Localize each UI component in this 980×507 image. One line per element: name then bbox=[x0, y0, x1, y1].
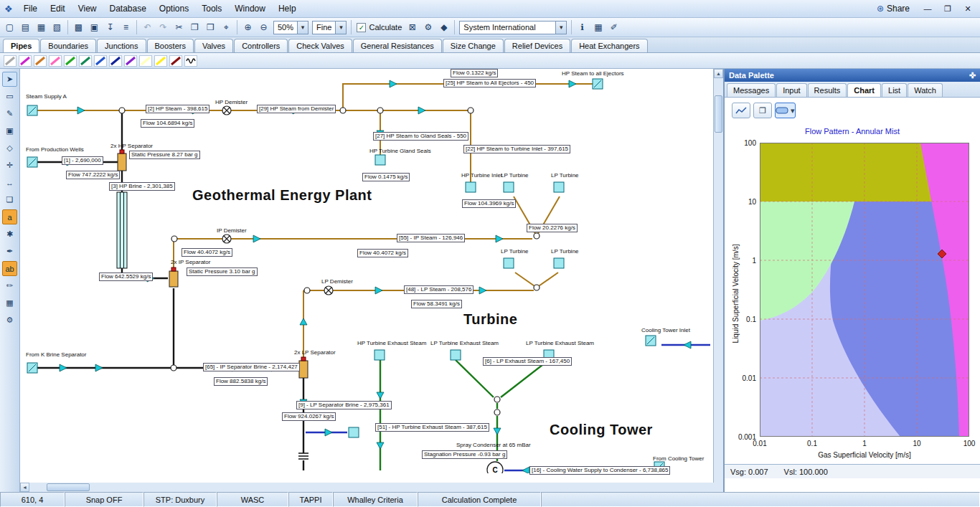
cut-button[interactable]: ✂ bbox=[171, 20, 187, 35]
spring-pen-icon[interactable] bbox=[184, 55, 197, 67]
pipe-label[interactable]: [6] - LP Exhaust Steam - 167,450 bbox=[483, 357, 572, 366]
share-button[interactable]: ⊛ Share bbox=[877, 4, 910, 14]
tab-relief-devices[interactable]: Relief Devices bbox=[504, 39, 570, 52]
tab-check-valves[interactable]: Check Valves bbox=[288, 39, 352, 52]
flow-label[interactable]: Flow 642.5529 kg/s bbox=[99, 273, 153, 281]
settings-tool[interactable]: ⚙ bbox=[2, 313, 17, 328]
pipe-label[interactable]: [2] HP Steam - 398,615 bbox=[146, 105, 209, 113]
plant-title[interactable]: Geothermal Energy Plant bbox=[192, 187, 372, 204]
pen-swatch-cream[interactable] bbox=[139, 55, 152, 67]
flow-label[interactable]: Flow 0.1322 kg/s bbox=[451, 69, 498, 77]
table-button[interactable]: ▦ bbox=[590, 20, 606, 35]
paste-button[interactable]: ❒ bbox=[203, 20, 218, 35]
node-label[interactable]: Cooling Tower Inlet bbox=[641, 327, 690, 333]
menu-database[interactable]: Database bbox=[103, 2, 152, 15]
units-select[interactable]: System International ▾ bbox=[459, 21, 567, 34]
menu-view[interactable]: View bbox=[72, 2, 103, 15]
grid-button[interactable]: ▩ bbox=[71, 20, 86, 35]
pen-swatch-gray[interactable] bbox=[4, 55, 17, 67]
tab-valves[interactable]: Valves bbox=[194, 39, 233, 52]
pen-swatch-magenta[interactable] bbox=[19, 55, 32, 67]
node-label[interactable]: 2x LP Separator bbox=[294, 349, 336, 356]
pen-swatch-navy[interactable] bbox=[109, 55, 122, 67]
menu-options[interactable]: Options bbox=[153, 2, 195, 15]
pipe-label[interactable]: [16] - Cooling Water Supply to Condenser… bbox=[529, 466, 670, 475]
node-label[interactable]: From K Brine Separator bbox=[26, 351, 86, 358]
paint-button[interactable]: ◆ bbox=[436, 20, 451, 35]
copy-chart-button[interactable]: ❐ bbox=[753, 103, 772, 118]
comment-tool[interactable]: ❏ bbox=[2, 192, 17, 207]
pen-tool[interactable]: ✒ bbox=[2, 244, 17, 259]
pipe-label[interactable]: [55] - IP Steam - 126,946 bbox=[397, 234, 465, 242]
close-button[interactable]: ✕ bbox=[958, 2, 977, 15]
export-button[interactable]: ↧ bbox=[103, 20, 118, 35]
tab-junctions[interactable]: Junctions bbox=[97, 39, 146, 52]
pin-icon[interactable]: ✜ bbox=[969, 71, 976, 80]
pressure-label[interactable]: Stagnation Pressure -0.93 bar g bbox=[422, 450, 507, 459]
horizontal-scroll-thumb[interactable] bbox=[47, 483, 90, 491]
node-label[interactable]: LP Turbine bbox=[501, 172, 529, 179]
tab-chart[interactable]: Chart bbox=[847, 83, 881, 97]
table-tool[interactable]: ▦ bbox=[2, 295, 17, 311]
pipe-label[interactable]: [65] - IP Separator Brine - 2,174,427 bbox=[203, 363, 300, 371]
flow-label[interactable]: Flow 104.6894 kg/s bbox=[141, 119, 194, 128]
node-label[interactable]: LP Turbine Exhaust Steam bbox=[526, 340, 594, 346]
pen-swatch-green[interactable] bbox=[64, 55, 77, 67]
flow-label[interactable]: Flow 924.0267 kg/s bbox=[282, 412, 336, 421]
flow-label[interactable]: Flow 882.5838 kg/s bbox=[214, 377, 268, 386]
node-label[interactable]: HP Steam to all Ejectors bbox=[562, 70, 624, 77]
capture-button[interactable]: ▣ bbox=[87, 20, 102, 35]
turbine-annotation[interactable]: Turbine bbox=[463, 311, 517, 328]
scroll-up-button[interactable]: ▲ bbox=[714, 69, 723, 78]
tab-watch[interactable]: Watch bbox=[908, 83, 943, 97]
brush-button[interactable]: ✐ bbox=[606, 20, 621, 35]
undo-button[interactable]: ↶ bbox=[140, 20, 155, 35]
tab-boosters[interactable]: Boosters bbox=[147, 39, 194, 52]
menu-tools[interactable]: Tools bbox=[195, 2, 228, 15]
stop-calculation-button[interactable]: ⊠ bbox=[405, 20, 420, 35]
text-tool[interactable]: a bbox=[2, 209, 17, 224]
tab-heat-exchangers[interactable]: Heat Exchangers bbox=[571, 39, 647, 52]
move-tool[interactable]: ✛ bbox=[2, 158, 17, 173]
info-button[interactable]: ℹ bbox=[575, 20, 590, 35]
copy-button[interactable]: ❐ bbox=[187, 20, 202, 35]
flow-pattern-dropdown[interactable]: ▾ bbox=[775, 103, 796, 118]
select-tool[interactable]: ➤ bbox=[2, 72, 17, 87]
calculate-button[interactable]: ✓ Calculate bbox=[354, 20, 404, 35]
pipe-label[interactable]: [29] HP Steam from Demister bbox=[257, 105, 336, 113]
node-label[interactable]: Steam Supply A bbox=[26, 93, 67, 100]
tab-boundaries[interactable]: Boundaries bbox=[40, 39, 96, 52]
pen-swatch-orange[interactable] bbox=[34, 55, 47, 67]
zoom-select[interactable]: 50% ▾ bbox=[273, 21, 308, 34]
menu-window[interactable]: Window bbox=[228, 2, 272, 15]
maximize-button[interactable]: ❐ bbox=[938, 2, 957, 15]
symbol-tool[interactable]: ✱ bbox=[2, 227, 17, 242]
horizontal-scrollbar[interactable]: ◄ bbox=[20, 483, 714, 492]
node-label[interactable]: From Cooling Tower bbox=[653, 455, 704, 462]
find-button[interactable]: ⌖ bbox=[219, 20, 234, 35]
pen-swatch-yellow[interactable] bbox=[154, 55, 167, 67]
node-label[interactable]: LP Demister bbox=[321, 278, 353, 285]
scroll-left-button[interactable]: ◄ bbox=[20, 483, 29, 492]
save-button[interactable]: ▦ bbox=[34, 20, 49, 35]
column-node[interactable] bbox=[117, 192, 127, 268]
tab-controllers[interactable]: Controllers bbox=[234, 39, 288, 52]
node-label[interactable]: HP Turbine Inlet bbox=[461, 172, 502, 179]
condenser-node[interactable]: C bbox=[487, 462, 503, 473]
tab-input[interactable]: Input bbox=[776, 83, 806, 97]
pen-swatch-purple[interactable] bbox=[124, 55, 137, 67]
node-label[interactable]: HP Demister bbox=[215, 99, 248, 105]
node-label[interactable]: IP Demister bbox=[217, 227, 247, 234]
tab-general-resistances[interactable]: General Resistances bbox=[353, 39, 442, 52]
zoom-in-button[interactable]: ⊕ bbox=[240, 20, 255, 35]
cooling-tower-annotation[interactable]: Cooling Tower bbox=[550, 422, 653, 438]
node-label[interactable]: LP Turbine bbox=[551, 172, 579, 179]
polygon-tool[interactable]: ◇ bbox=[2, 141, 17, 156]
node-label[interactable]: 2x IP Separator bbox=[171, 259, 210, 265]
flow-label[interactable]: Flow 104.3969 kg/s bbox=[462, 199, 516, 208]
flow-label[interactable]: Flow 747.2222 kg/s bbox=[66, 171, 120, 179]
node-label[interactable]: Spray Condenser at 65 mBar bbox=[456, 442, 531, 448]
pipe-label[interactable]: [9] - LP Separator Brine - 2,975,361 bbox=[296, 401, 392, 409]
chart-type-button[interactable] bbox=[732, 103, 750, 118]
marquee-tool[interactable]: ▭ bbox=[2, 89, 17, 104]
